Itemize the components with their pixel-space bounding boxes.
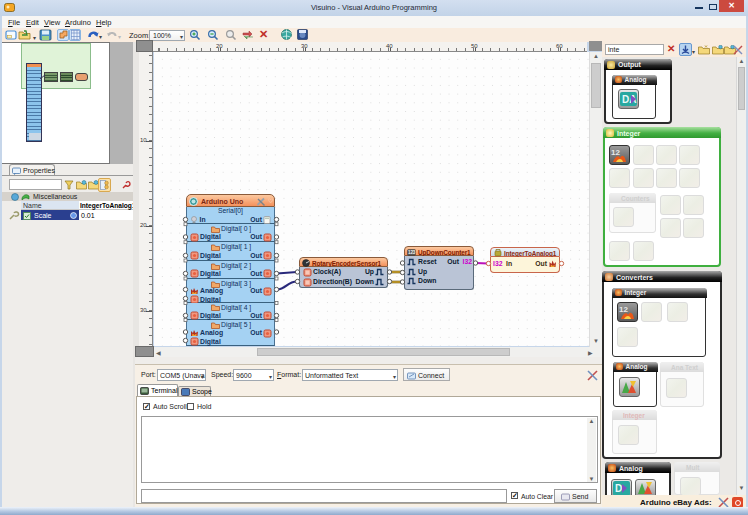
- svg-text:12: 12: [611, 148, 620, 157]
- svg-text:123: 123: [408, 250, 416, 255]
- svg-text:D: D: [615, 483, 622, 494]
- svg-text:12: 12: [619, 305, 628, 314]
